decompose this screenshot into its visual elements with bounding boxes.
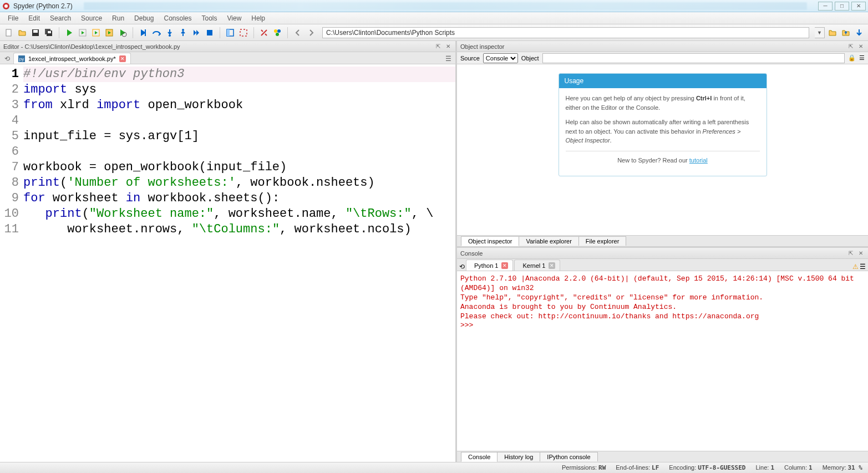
svg-rect-18	[240, 29, 247, 36]
code-editor[interactable]: 1234567891011 #!/usr/bin/env python3impo…	[0, 64, 455, 462]
menu-debug[interactable]: Debug	[130, 13, 158, 23]
console-tab-python[interactable]: Python 1 ✕	[466, 260, 513, 271]
tab-prev-icon[interactable]: ⟲	[2, 54, 12, 64]
debug-icon[interactable]	[138, 27, 149, 38]
browse-folder-icon[interactable]	[827, 27, 838, 38]
menu-run[interactable]: Run	[108, 13, 129, 23]
console-bottom-tabs: ConsoleHistory logIPython console	[457, 451, 868, 462]
sb-column: Column: 1	[784, 464, 813, 471]
menu-file[interactable]: File	[3, 13, 23, 23]
svg-rect-17	[227, 29, 230, 36]
object-label: Object	[521, 55, 539, 62]
step-over-icon[interactable]	[151, 27, 162, 38]
close-pane-icon[interactable]: ✕	[857, 43, 865, 50]
source-select[interactable]: Console	[483, 53, 518, 63]
sb-permissions: Permissions: RW	[562, 464, 606, 471]
menu-consoles[interactable]: Consoles	[159, 13, 196, 23]
menu-edit[interactable]: Edit	[24, 13, 44, 23]
preferences-icon[interactable]	[258, 27, 270, 38]
sb-encoding: Encoding: UTF-8-GUESSED	[669, 464, 745, 471]
forward-icon[interactable]	[306, 27, 317, 38]
open-file-icon[interactable]	[17, 27, 28, 38]
new-file-icon[interactable]	[3, 27, 14, 38]
console-output[interactable]: Python 2.7.10 |Anaconda 2.2.0 (64-bit)| …	[457, 271, 868, 451]
run-cell-advance-icon[interactable]	[90, 27, 101, 38]
step-out-icon[interactable]	[177, 27, 189, 38]
warning-icon[interactable]: ⚠	[852, 263, 859, 271]
object-input[interactable]	[542, 53, 845, 63]
menu-search[interactable]: Search	[45, 13, 75, 23]
inspector-toolbar: Source Console Object 🔒 ☰	[457, 52, 868, 64]
set-dir-icon[interactable]	[854, 27, 865, 38]
minimize-button[interactable]: ─	[818, 2, 833, 11]
tab-prev-icon[interactable]: ⟲	[459, 263, 465, 271]
inspector-tab-variable-explorer[interactable]: Variable explorer	[519, 236, 578, 246]
pythonpath-icon[interactable]	[272, 27, 283, 38]
run-icon[interactable]	[64, 27, 75, 38]
close-tab-icon[interactable]: ✕	[549, 262, 555, 269]
parent-dir-icon[interactable]	[840, 27, 851, 38]
menu-help[interactable]: Help	[247, 13, 270, 23]
stop-debug-icon[interactable]	[204, 27, 215, 38]
console-tab-kernel[interactable]: Kernel 1 ✕	[514, 260, 560, 271]
options-icon[interactable]: ☰	[859, 54, 865, 62]
inspector-tab-object-inspector[interactable]: Object inspector	[461, 236, 519, 246]
sb-line: Line: 1	[755, 464, 774, 471]
close-tab-icon[interactable]: ✕	[501, 262, 508, 269]
editor-pane-header: Editor - C:\Users\Clinton\Desktop\1excel…	[0, 41, 455, 52]
usage-card-title: Usage	[559, 74, 767, 88]
run-selection-icon[interactable]	[104, 27, 115, 38]
svg-rect-4	[33, 30, 38, 33]
sb-eol: End-of-lines: LF	[616, 464, 659, 471]
options-icon[interactable]: ☰	[860, 263, 866, 271]
back-icon[interactable]	[292, 27, 303, 38]
svg-point-14	[182, 29, 184, 31]
menu-view[interactable]: View	[223, 13, 246, 23]
console-pane-header: Console ⇱ ✕	[457, 248, 868, 259]
toolbar-separator	[287, 27, 288, 38]
toolbar-separator	[253, 27, 254, 38]
close-pane-icon[interactable]: ✕	[444, 43, 452, 50]
run-cell-icon[interactable]	[77, 27, 88, 38]
console-tab-bar: ⟲ Python 1 ✕ Kernel 1 ✕ ⚠ ☰	[457, 259, 868, 271]
working-dir-field[interactable]: C:\Users\Clinton\Documents\Python Script…	[322, 27, 809, 38]
console-tab-ipython-console[interactable]: IPython console	[540, 452, 597, 461]
source-label: Source	[460, 55, 480, 62]
statusbar: Permissions: RW End-of-lines: LF Encodin…	[0, 462, 868, 473]
save-all-icon[interactable]	[43, 27, 54, 38]
console-tab-history-log[interactable]: History log	[497, 452, 540, 461]
menubar: FileEditSearchSourceRunDebugConsolesTool…	[0, 12, 868, 24]
close-pane-icon[interactable]: ✕	[857, 250, 865, 257]
maximize-pane-icon[interactable]	[225, 27, 236, 38]
tab-list-icon[interactable]: ☰	[443, 54, 453, 64]
lock-icon[interactable]: 🔒	[848, 54, 856, 62]
undock-icon[interactable]: ⇱	[847, 43, 855, 50]
maximize-button[interactable]: □	[835, 2, 849, 11]
close-button[interactable]: ✕	[851, 2, 866, 11]
window-title: Spyder (Python 2.7)	[13, 2, 73, 10]
close-tab-icon[interactable]: ✕	[119, 55, 126, 62]
console-tab-console[interactable]: Console	[461, 452, 498, 462]
inspector-pane-header: Object inspector ⇱ ✕	[457, 41, 868, 52]
svg-point-20	[277, 29, 281, 33]
svg-rect-12	[145, 29, 146, 36]
tutorial-link[interactable]: tutorial	[689, 157, 708, 164]
toolbar-separator	[133, 27, 133, 38]
fullscreen-icon[interactable]	[238, 27, 249, 38]
step-into-icon[interactable]	[164, 27, 175, 38]
svg-point-19	[274, 29, 277, 33]
continue-icon[interactable]	[191, 27, 202, 38]
svg-point-21	[276, 33, 279, 36]
path-dropdown-icon[interactable]: ▼	[815, 27, 825, 38]
undock-icon[interactable]: ⇱	[434, 43, 442, 50]
editor-tab[interactable]: py 1excel_introspect_workbook.py* ✕	[13, 53, 131, 64]
inspector-tab-file-explorer[interactable]: File explorer	[578, 236, 627, 246]
inspector-header-title: Object inspector	[460, 43, 504, 50]
save-icon[interactable]	[30, 27, 41, 38]
menu-source[interactable]: Source	[77, 13, 106, 23]
python-file-icon: py	[18, 55, 25, 62]
undock-icon[interactable]: ⇱	[847, 250, 855, 257]
run-settings-icon[interactable]	[117, 27, 128, 38]
menu-tools[interactable]: Tools	[197, 13, 222, 23]
svg-rect-15	[207, 30, 212, 35]
